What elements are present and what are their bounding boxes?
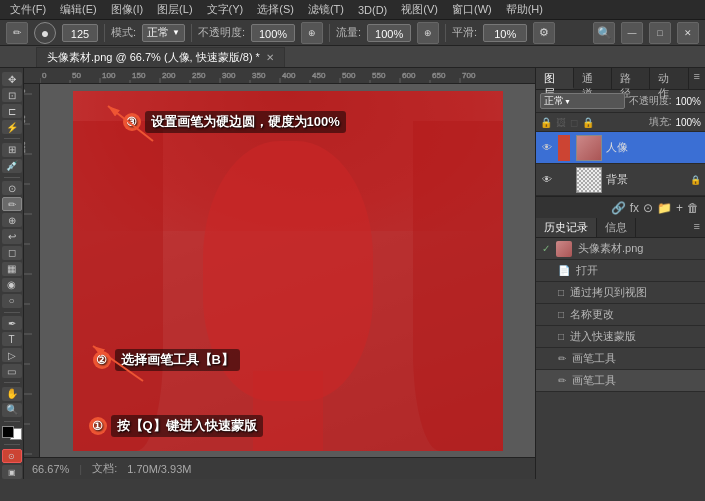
eyedropper-tool[interactable]: 💉 — [2, 159, 22, 173]
svg-text:400: 400 — [282, 71, 296, 80]
clone-tool[interactable]: ⊕ — [2, 213, 22, 227]
search-icon[interactable]: 🔍 — [593, 22, 615, 44]
screen-mode-button[interactable]: ▣ — [2, 465, 22, 479]
flow-field[interactable]: 100% — [367, 24, 411, 42]
status-divider: | — [79, 463, 82, 475]
history-item-rename[interactable]: □ 名称更改 — [536, 304, 705, 326]
fill-value[interactable]: 100% — [675, 117, 701, 128]
move-tool[interactable]: ✥ — [2, 72, 22, 86]
select-rect-tool[interactable]: ⊡ — [2, 88, 22, 102]
history-brush-tool[interactable]: ↩ — [2, 229, 22, 243]
tab-channels[interactable]: 通道 — [574, 68, 612, 89]
pen-tool[interactable]: ✒ — [2, 316, 22, 330]
flow-pressure-icon[interactable]: ⊕ — [417, 22, 439, 44]
minimize-icon[interactable]: — — [621, 22, 643, 44]
tab-info[interactable]: 信息 — [597, 218, 636, 237]
canvas-viewport[interactable]: ② 选择画笔工具【B】 ③ — [40, 84, 535, 457]
layer-eye-portrait[interactable]: 👁 — [540, 141, 554, 155]
svg-text:650: 650 — [432, 71, 446, 80]
history-check: ✓ — [542, 243, 550, 254]
crop-tool[interactable]: ⊞ — [2, 143, 22, 157]
main-content: ✥ ⊡ ⊏ ⚡ ⊞ 💉 ⊙ ✏ ⊕ ↩ ◻ ▦ ◉ ○ ✒ T ▷ ▭ ✋ 🔍 … — [0, 68, 705, 479]
brush-preset-icon[interactable]: ● — [34, 22, 56, 44]
dodge-tool[interactable]: ○ — [2, 294, 22, 308]
svg-text:50: 50 — [24, 115, 26, 123]
quick-mask-button[interactable]: ⊙ — [2, 449, 22, 463]
spot-heal-tool[interactable]: ⊙ — [2, 181, 22, 195]
layer-item-background[interactable]: 👁 背景 🔒 — [536, 164, 705, 196]
menu-3d[interactable]: 3D(D) — [352, 3, 393, 17]
menu-window[interactable]: 窗口(W) — [446, 1, 498, 18]
thumb-portrait-img — [577, 136, 601, 160]
sep2 — [4, 177, 20, 178]
brush-size-field[interactable]: 125 — [62, 24, 98, 42]
menu-help[interactable]: 帮助(H) — [500, 1, 549, 18]
lasso-tool[interactable]: ⊏ — [2, 104, 22, 118]
mode-dropdown[interactable]: 正常 ▼ — [142, 24, 185, 42]
path-select-tool[interactable]: ▷ — [2, 348, 22, 362]
layer-item-portrait[interactable]: 👁 人像 — [536, 132, 705, 164]
gradient-tool[interactable]: ▦ — [2, 262, 22, 276]
svg-text:300: 300 — [222, 71, 236, 80]
blur-tool[interactable]: ◉ — [2, 278, 22, 292]
opacity-field[interactable]: 100% — [251, 24, 295, 42]
menu-file[interactable]: 文件(F) — [4, 1, 52, 18]
history-item-quickmask[interactable]: □ 进入快速蒙版 — [536, 326, 705, 348]
canvas-image[interactable]: ② 选择画笔工具【B】 ③ — [73, 91, 503, 451]
history-item-brush1[interactable]: ✏ 画笔工具 — [536, 348, 705, 370]
menu-image[interactable]: 图像(I) — [105, 1, 149, 18]
menu-select[interactable]: 选择(S) — [251, 1, 300, 18]
annotation-step3: ③ 设置画笔为硬边圆，硬度为100% — [123, 111, 346, 133]
brush-tool-icon[interactable]: ✏ — [6, 22, 28, 44]
ruler-corner — [24, 68, 40, 84]
color-swatches — [2, 426, 22, 441]
add-style-btn[interactable]: fx — [630, 201, 639, 215]
tab-paths[interactable]: 路径 — [612, 68, 650, 89]
quick-mask-indicator — [558, 135, 570, 161]
eraser-tool[interactable]: ◻ — [2, 246, 22, 260]
new-layer-btn[interactable]: + — [676, 201, 683, 215]
history-item-open[interactable]: 📄 打开 — [536, 260, 705, 282]
brush-tool[interactable]: ✏ — [2, 197, 22, 211]
history-item-copy[interactable]: □ 通过拷贝到视图 — [536, 282, 705, 304]
blend-mode-dropdown[interactable]: 正常 ▼ — [540, 93, 625, 109]
document-tab[interactable]: 头像素材.png @ 66.7% (人像, 快速蒙版/8) * ✕ — [36, 47, 285, 67]
quick-select-tool[interactable]: ⚡ — [2, 120, 22, 134]
canvas-area: 0 50 100 150 200 250 300 350 400 450 500… — [24, 68, 535, 479]
opacity-value[interactable]: 100% — [675, 96, 701, 107]
history-panel: 历史记录 信息 ≡ ✓ 头像素材.png 📄 打开 — [536, 218, 705, 479]
panel-menu-icon[interactable]: ≡ — [689, 68, 705, 89]
menu-edit[interactable]: 编辑(E) — [54, 1, 103, 18]
menu-filter[interactable]: 滤镜(T) — [302, 1, 350, 18]
link-layers-btn[interactable]: 🔗 — [611, 201, 626, 215]
foreground-color-swatch[interactable] — [2, 426, 14, 438]
menu-type[interactable]: 文字(Y) — [201, 1, 250, 18]
tab-history[interactable]: 历史记录 — [536, 218, 597, 237]
history-item-file[interactable]: ✓ 头像素材.png — [536, 238, 705, 260]
shape-tool[interactable]: ▭ — [2, 364, 22, 378]
doc-size-label: 文档: — [92, 461, 117, 476]
svg-text:150: 150 — [132, 71, 146, 80]
options-bar: ✏ ● 125 模式: 正常 ▼ 不透明度: 100% ⊕ 流量: 100% ⊕… — [0, 20, 705, 46]
new-group-btn[interactable]: 📁 — [657, 201, 672, 215]
settings-icon[interactable]: ⚙ — [533, 22, 555, 44]
tab-layers[interactable]: 图层 — [536, 68, 574, 89]
tab-actions[interactable]: 动作 — [650, 68, 688, 89]
sep4 — [4, 382, 20, 383]
zoom-tool[interactable]: 🔍 — [2, 403, 22, 417]
history-menu-icon[interactable]: ≡ — [689, 218, 705, 237]
menu-view[interactable]: 视图(V) — [395, 1, 444, 18]
history-item-brush2[interactable]: ✏ 画笔工具 — [536, 370, 705, 392]
opacity-pressure-icon[interactable]: ⊕ — [301, 22, 323, 44]
layer-eye-background[interactable]: 👁 — [540, 173, 554, 187]
hand-tool[interactable]: ✋ — [2, 387, 22, 401]
menu-layer[interactable]: 图层(L) — [151, 1, 198, 18]
add-mask-btn[interactable]: ⊙ — [643, 201, 653, 215]
close-icon[interactable]: ✕ — [677, 22, 699, 44]
maximize-icon[interactable]: □ — [649, 22, 671, 44]
smoothing-field[interactable]: 10% — [483, 24, 527, 42]
type-tool[interactable]: T — [2, 332, 22, 346]
layer-lock-icon: 🔒 — [690, 175, 701, 185]
menu-bar: 文件(F) 编辑(E) 图像(I) 图层(L) 文字(Y) 选择(S) 滤镜(T… — [0, 0, 705, 20]
delete-layer-btn[interactable]: 🗑 — [687, 201, 699, 215]
